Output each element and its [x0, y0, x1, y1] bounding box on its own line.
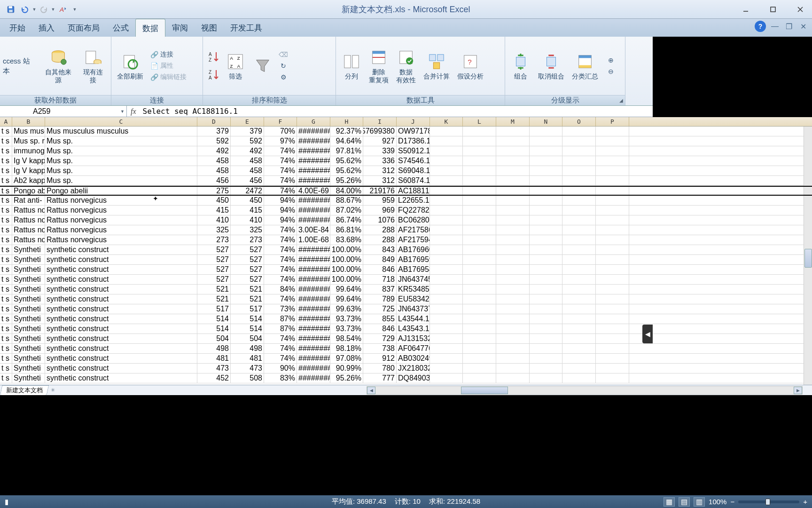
cell[interactable] — [496, 127, 530, 136]
cell[interactable]: synthetic construct — [45, 265, 197, 274]
cell[interactable] — [562, 127, 596, 136]
cell[interactable]: Rattus norvegicus — [45, 206, 197, 215]
cell[interactable]: 74% — [264, 265, 297, 274]
cell[interactable]: ######## — [297, 275, 330, 284]
cell[interactable] — [496, 373, 530, 383]
cell[interactable]: 521 — [231, 285, 264, 294]
cell[interactable]: 927 — [363, 136, 397, 146]
cell[interactable] — [496, 196, 530, 205]
remove-duplicates-button[interactable]: 删除 重复项 — [366, 46, 391, 86]
cell[interactable] — [530, 275, 562, 284]
font-icon[interactable]: A — [56, 3, 69, 16]
cell[interactable] — [463, 314, 496, 324]
cell[interactable]: 527 — [231, 255, 264, 264]
cell[interactable]: synthetic construct — [45, 255, 197, 264]
cell[interactable] — [496, 324, 530, 333]
cell[interactable]: 527 — [197, 265, 231, 274]
cell[interactable]: Syntheti — [12, 294, 45, 304]
table-row[interactable]: t sIg V kappMus sp.45845874%########95.6… — [0, 156, 812, 166]
cell[interactable]: ######## — [297, 245, 330, 254]
what-if-button[interactable]: ?假设分析 — [454, 50, 486, 82]
cell[interactable]: 481 — [231, 354, 264, 363]
cell[interactable]: 415 — [231, 206, 264, 215]
table-row[interactable]: t simmunoglMus sp.49249274%########97.81… — [0, 146, 812, 156]
cell[interactable]: 83.68% — [330, 235, 363, 245]
cell[interactable]: 97.81% — [330, 146, 363, 156]
cell[interactable] — [496, 285, 530, 294]
cell[interactable]: OW971781.1 — [397, 127, 430, 136]
cell[interactable]: DQ849038.1 — [397, 373, 430, 383]
cell[interactable]: 521 — [197, 294, 231, 304]
cell[interactable]: Pongo abelii — [45, 187, 197, 195]
cell[interactable]: 90.99% — [330, 364, 363, 373]
zoom-thumb[interactable] — [765, 499, 770, 505]
cell[interactable]: 473 — [231, 364, 264, 373]
cell[interactable]: 458 — [231, 156, 264, 166]
cell[interactable] — [530, 324, 562, 333]
cell[interactable] — [530, 136, 562, 146]
reapply-button[interactable]: ↻ — [277, 61, 291, 71]
cell[interactable]: ######## — [297, 206, 330, 215]
zoom-in-icon[interactable]: + — [803, 498, 807, 506]
cell[interactable]: 100.00% — [330, 245, 363, 254]
cell[interactable] — [530, 294, 562, 304]
cell[interactable]: EU583427.1 — [397, 294, 430, 304]
cell[interactable] — [530, 156, 562, 166]
column-header-B[interactable]: B — [12, 117, 45, 126]
cell[interactable]: AF217594.1 — [397, 235, 430, 245]
cell[interactable]: 458 — [197, 166, 231, 175]
cell[interactable] — [496, 354, 530, 363]
cell[interactable]: 74% — [264, 275, 297, 284]
cell[interactable] — [430, 334, 463, 343]
cell[interactable] — [562, 156, 596, 166]
cell[interactable]: Syntheti — [12, 255, 45, 264]
cell[interactable]: ######## — [297, 156, 330, 166]
cell[interactable]: 98.18% — [330, 344, 363, 353]
cell[interactable]: Syntheti — [12, 334, 45, 343]
cell[interactable] — [463, 255, 496, 264]
cell[interactable] — [430, 354, 463, 363]
cell[interactable] — [496, 294, 530, 304]
cell[interactable] — [596, 127, 629, 136]
cell[interactable]: 95.26% — [330, 373, 363, 383]
cell[interactable] — [496, 314, 530, 324]
cell[interactable] — [562, 215, 596, 225]
cell[interactable]: t s — [0, 206, 12, 215]
cell[interactable] — [530, 373, 562, 383]
table-row[interactable]: t sMus sp. rMus sp.59259297%########94.6… — [0, 136, 812, 146]
cell[interactable]: Mus sp. — [45, 156, 197, 166]
cell[interactable] — [596, 225, 629, 235]
cell[interactable]: 592 — [231, 136, 264, 146]
cell[interactable]: 450 — [231, 196, 264, 205]
close-icon[interactable] — [793, 5, 807, 14]
column-header-P[interactable]: P — [596, 117, 629, 126]
cell[interactable] — [463, 196, 496, 205]
cell[interactable] — [430, 127, 463, 136]
table-row[interactable]: t sRat anti-Rattus norvegicus45045094%##… — [0, 196, 812, 206]
cell[interactable]: 508 — [231, 373, 264, 383]
cell[interactable]: 410 — [197, 215, 231, 225]
tab-视图[interactable]: 视图 — [195, 19, 224, 37]
cell[interactable]: Syntheti — [12, 275, 45, 284]
cell[interactable]: 789 — [363, 294, 397, 304]
cell[interactable]: 92.37% — [330, 127, 363, 136]
workbook-close-icon[interactable]: ✕ — [798, 22, 808, 31]
cell[interactable]: 74% — [264, 245, 297, 254]
cell[interactable]: 452 — [197, 373, 231, 383]
cell[interactable] — [496, 364, 530, 373]
cell[interactable] — [596, 265, 629, 274]
cell[interactable] — [463, 265, 496, 274]
cell[interactable]: S60874.1 — [397, 176, 430, 185]
cell[interactable]: 74% — [264, 187, 297, 195]
cell[interactable] — [430, 156, 463, 166]
cell[interactable] — [463, 304, 496, 314]
cell[interactable]: 275 — [197, 187, 231, 195]
tab-开始[interactable]: 开始 — [3, 19, 32, 37]
cell[interactable]: Syntheti — [12, 324, 45, 333]
cell[interactable]: synthetic construct — [45, 373, 197, 383]
cell[interactable]: 379 — [197, 127, 231, 136]
fx-icon[interactable]: fx — [131, 107, 136, 116]
cell[interactable] — [562, 176, 596, 185]
cell[interactable]: AB176959.1 — [397, 255, 430, 264]
hide-detail-button[interactable]: ⊖ — [605, 66, 617, 77]
